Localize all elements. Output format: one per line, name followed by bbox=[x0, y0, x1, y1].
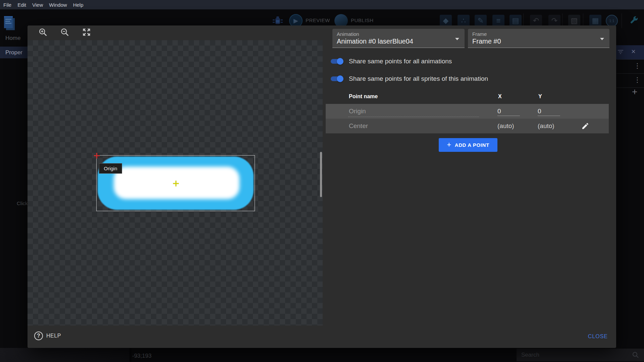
plus-icon: + bbox=[447, 140, 451, 149]
column-header-y: Y bbox=[538, 94, 542, 100]
search-icon[interactable] bbox=[632, 351, 639, 359]
share-points-all-sprites-toggle[interactable] bbox=[329, 74, 344, 83]
menu-view[interactable]: View bbox=[32, 2, 43, 8]
debug-icon[interactable] bbox=[271, 15, 284, 27]
kebab-menu-icon[interactable]: ⋮ bbox=[634, 76, 641, 84]
point-name-field: Origin bbox=[349, 108, 366, 115]
frame-select-value: Frame #0 bbox=[472, 38, 501, 45]
kebab-menu-icon[interactable]: ⋮ bbox=[634, 62, 641, 70]
help-button-label: HELP bbox=[46, 333, 61, 339]
frame-select-label: Frame bbox=[472, 31, 487, 37]
help-icon: ? bbox=[34, 331, 43, 340]
zoom-ratio-icon[interactable]: 1:1 bbox=[606, 15, 618, 27]
share-points-all-animations-label: Share same points for all animations bbox=[349, 58, 452, 65]
search-box bbox=[517, 349, 644, 361]
table-row-center[interactable]: Center (auto) (auto) bbox=[326, 119, 609, 133]
tab-home[interactable]: Home bbox=[5, 35, 20, 42]
filter-icon[interactable] bbox=[618, 50, 624, 55]
undo-icon[interactable]: ↶ bbox=[530, 15, 542, 27]
dialog-footer: ? HELP CLOSE bbox=[28, 325, 616, 348]
share-points-all-animations-toggle[interactable] bbox=[329, 57, 344, 66]
sprite-bounding-box: Origin bbox=[96, 155, 255, 211]
column-header-point-name: Point name bbox=[349, 94, 378, 100]
origin-marker-tooltip: Origin bbox=[99, 163, 122, 174]
menu-bar: File Edit View Window Help bbox=[0, 0, 644, 9]
close-icon[interactable]: × bbox=[631, 47, 636, 56]
publish-button-label[interactable]: PUBLISH bbox=[351, 17, 374, 23]
chevron-down-icon bbox=[600, 38, 604, 40]
chevron-down-icon bbox=[455, 38, 459, 40]
preview-scrollbar[interactable] bbox=[320, 152, 322, 197]
point-x-auto-value: (auto) bbox=[497, 122, 514, 130]
grid-icon[interactable]: ▦ bbox=[589, 15, 601, 27]
menu-file[interactable]: File bbox=[3, 2, 11, 8]
table-row-origin[interactable]: Origin 0 0 bbox=[326, 104, 609, 119]
animation-select-value: Animation #0 laserBlue04 bbox=[337, 38, 413, 45]
behaviors-icon[interactable]: ∴ bbox=[458, 15, 470, 27]
plus-icon[interactable]: + bbox=[632, 86, 637, 97]
tab-properties-label: Proper bbox=[5, 49, 22, 56]
add-point-button[interactable]: + ADD A POINT bbox=[439, 138, 497, 152]
wrench-icon[interactable] bbox=[628, 15, 640, 27]
preview-button-label[interactable]: PREVIEW bbox=[306, 17, 330, 23]
add-object-icon[interactable]: ◆ bbox=[440, 15, 452, 27]
redo-icon[interactable]: ↷ bbox=[548, 15, 560, 27]
column-header-x: X bbox=[498, 94, 502, 100]
edit-points-dialog: Origin Animation Animation #0 laserBlue0… bbox=[28, 25, 616, 348]
points-panel: Animation Animation #0 laserBlue04 Frame… bbox=[323, 25, 616, 325]
share-points-all-sprites-label: Share same points for all sprites of thi… bbox=[349, 75, 488, 82]
events-icon[interactable]: ≡ bbox=[492, 15, 504, 27]
menu-edit[interactable]: Edit bbox=[17, 2, 26, 8]
help-button[interactable]: ? HELP bbox=[34, 331, 61, 340]
objects-panel-header: × bbox=[614, 45, 644, 59]
properties-hint-text: Click bbox=[17, 200, 28, 206]
cursor-coordinates: -93;193 bbox=[132, 353, 152, 359]
point-y-field[interactable]: 0 bbox=[538, 108, 560, 116]
status-bar-divider bbox=[129, 348, 131, 362]
layers-icon[interactable]: ▤ bbox=[509, 15, 522, 27]
edit-center-point-icon[interactable] bbox=[581, 122, 589, 130]
frame-select[interactable]: Frame Frame #0 bbox=[468, 29, 609, 48]
tab-properties[interactable]: Proper bbox=[0, 47, 28, 58]
sprite-preview-canvas[interactable]: Origin bbox=[28, 40, 323, 325]
zoom-out-icon[interactable] bbox=[60, 27, 69, 37]
add-point-button-label: ADD A POINT bbox=[455, 142, 489, 148]
fit-to-view-icon[interactable] bbox=[82, 27, 91, 37]
edit-icon[interactable]: ✎ bbox=[475, 15, 487, 27]
point-x-field[interactable]: 0 bbox=[497, 108, 520, 116]
mask-icon[interactable]: ▧ bbox=[568, 15, 580, 27]
close-button[interactable]: CLOSE bbox=[588, 334, 608, 340]
animation-select[interactable]: Animation Animation #0 laserBlue04 bbox=[332, 29, 465, 48]
point-name-field: Center bbox=[349, 122, 368, 130]
status-bar-left bbox=[0, 348, 129, 362]
scene-editor-icon bbox=[3, 15, 15, 31]
menu-window[interactable]: Window bbox=[49, 2, 67, 8]
zoom-in-icon[interactable] bbox=[38, 27, 48, 37]
search-input[interactable] bbox=[521, 349, 622, 361]
animation-select-label: Animation bbox=[337, 31, 359, 37]
point-y-auto-value: (auto) bbox=[538, 122, 554, 130]
menu-help[interactable]: Help bbox=[73, 2, 84, 8]
